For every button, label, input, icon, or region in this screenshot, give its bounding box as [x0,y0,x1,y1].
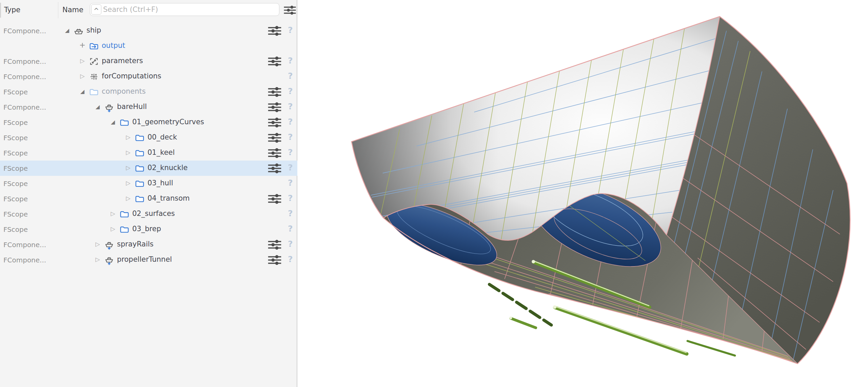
row-label: 04_transom [147,194,190,202]
node-icon [89,72,99,82]
help-icon[interactable]: ? [288,193,293,203]
row-type-label: FScope [3,118,28,127]
expander-icon[interactable]: ◢ [78,88,87,95]
node-icon [104,102,114,112]
node-icon [119,224,130,235]
viewport-3d[interactable] [298,0,868,387]
node-icon [89,87,99,97]
row-label: 03_brep [132,225,161,233]
row-type-label: FCompone... [3,103,46,111]
tree-row[interactable]: FCompone... ▷ forComputations ? [0,69,297,84]
expander-icon[interactable]: ▷ [124,180,133,186]
row-label: parameters [102,57,143,65]
node-icon [119,117,130,128]
expander-icon[interactable]: ▷ [108,225,117,232]
tree-row[interactable]: FCompone... ▷ parameters ? [0,54,297,69]
row-type-label: FScope [3,180,28,188]
expander-icon[interactable]: ▷ [124,164,133,171]
expander-icon[interactable]: ▷ [78,73,87,79]
sliders-icon[interactable] [267,194,283,204]
sliders-icon[interactable] [267,132,283,143]
node-icon [89,41,99,51]
tree-header: Type Name ^ [0,0,297,20]
node-icon [135,179,145,189]
tree-row[interactable]: FScope ▷ 03_brep ? [0,222,297,237]
tree-row[interactable]: FScope ◢ 01_geometryCurves ? [0,115,297,130]
help-icon[interactable]: ? [288,25,293,35]
help-icon[interactable]: ? [288,254,293,264]
node-icon [74,26,84,36]
expander-icon[interactable]: + [78,41,87,49]
row-type-label: FScope [3,210,28,218]
sliders-icon[interactable] [267,56,283,67]
node-icon [135,133,145,143]
sliders-icon[interactable] [267,25,283,36]
node-icon [104,240,114,250]
tree-row[interactable]: FScope ▷ 03_hull ? [0,176,297,191]
expander-icon[interactable]: ▷ [108,210,117,217]
sliders-icon[interactable] [267,117,283,128]
help-icon[interactable]: ? [288,102,293,111]
expander-icon[interactable]: ▷ [124,149,133,156]
row-label: 01_geometryCurves [132,118,204,126]
object-tree-panel: Type Name ^ FCompone... ◢ ship ? + outpu… [0,0,297,387]
tree-row[interactable]: FCompone... ◢ ship ? [0,23,297,38]
expander-icon[interactable]: ▷ [93,241,102,247]
row-type-label: FScope [3,225,28,234]
tree-row[interactable]: FCompone... ◢ bareHull ? [0,99,297,115]
expander-icon[interactable]: ▷ [124,195,133,202]
help-icon[interactable]: ? [288,132,293,142]
expander-icon[interactable]: ◢ [63,27,72,34]
sliders-icon[interactable] [267,163,283,174]
row-type-label: FCompone... [3,241,46,249]
node-icon [135,148,145,158]
expander-icon[interactable]: ▷ [78,57,87,64]
node-icon [119,209,130,219]
expander-icon[interactable]: ◢ [108,119,117,125]
node-icon [135,163,145,173]
row-label: 01_keel [147,148,175,156]
help-icon[interactable]: ? [288,86,293,96]
tree-row[interactable]: FScope ▷ 02_knuckle ? [0,161,297,176]
column-divider[interactable] [58,2,58,18]
row-label: 03_hull [147,179,173,187]
hull-3d-scene [298,0,868,387]
sliders-icon[interactable] [267,255,283,265]
help-icon[interactable]: ? [288,56,293,66]
help-icon[interactable]: ? [288,224,293,234]
tree-row[interactable]: FScope ▷ 04_transom ? [0,191,297,206]
sliders-icon[interactable] [267,87,283,97]
row-label: sprayRails [117,240,154,248]
tree-row[interactable]: + output ? [0,38,297,54]
help-icon[interactable]: ? [288,178,293,188]
help-icon[interactable]: ? [288,239,293,249]
help-icon[interactable]: ? [288,117,293,127]
application-window: Type Name ^ FCompone... ◢ ship ? + outpu… [0,0,868,387]
help-icon[interactable]: ? [288,163,293,172]
expander-icon[interactable]: ▷ [124,134,133,141]
tree-row[interactable]: FScope ▷ 01_keel ? [0,145,297,161]
row-type-label: FCompone... [3,27,46,35]
help-icon[interactable]: ? [288,208,293,218]
help-icon[interactable]: ? [288,147,293,157]
row-label: output [102,41,125,50]
sliders-icon[interactable] [267,239,283,250]
type-column-header: Type [4,6,20,14]
row-type-label: FCompone... [3,57,46,66]
node-icon [104,255,114,265]
tree-row[interactable]: FCompone... ▷ sprayRails ? [0,237,297,252]
row-label: propellerTunnel [117,255,172,263]
tree-row[interactable]: FScope ▷ 02_surfaces ? [0,206,297,222]
sliders-icon[interactable] [267,102,283,113]
collapse-all-button[interactable]: ^ [91,4,101,15]
row-label: 00_deck [147,133,177,141]
tree-row[interactable]: FCompone... ▷ propellerTunnel ? [0,252,297,268]
sliders-icon[interactable] [267,148,283,159]
expander-icon[interactable]: ◢ [93,104,102,110]
expander-icon[interactable]: ▷ [93,256,102,263]
help-icon[interactable]: ? [288,71,293,81]
tree-row[interactable]: FScope ▷ 00_deck ? [0,130,297,145]
filter-settings-icon[interactable] [283,4,296,16]
search-input[interactable] [103,4,278,15]
tree-row[interactable]: FScope ◢ components ? [0,84,297,99]
